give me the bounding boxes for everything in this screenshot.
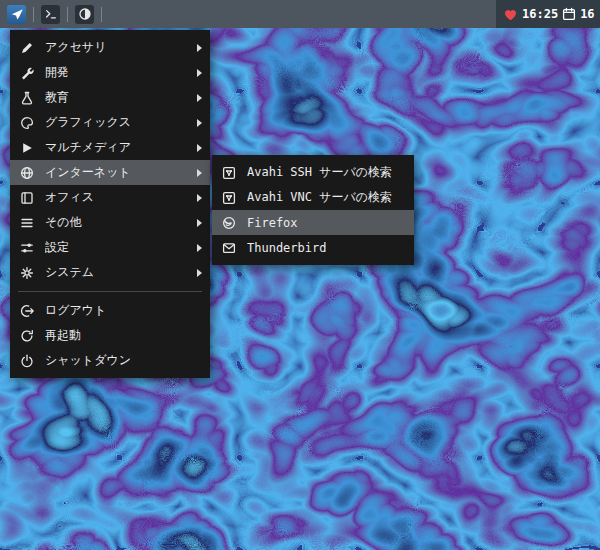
menu-item-label: 教育	[45, 89, 191, 106]
menu-item-internet[interactable]: インターネット	[10, 160, 210, 185]
globe-icon	[18, 164, 36, 182]
menu-item-logout[interactable]: ログアウト	[10, 298, 210, 323]
menu-item-development[interactable]: 開発	[10, 60, 210, 85]
power-icon	[18, 352, 36, 370]
submenu-item-firefox[interactable]: Firefox	[212, 210, 414, 235]
menu-item-education[interactable]: 教育	[10, 85, 210, 110]
submenu-item-avahi-vnc[interactable]: Avahi VNC サーバの検索	[212, 185, 414, 210]
desktop: 16:25 16 M アクセサリ	[0, 0, 600, 550]
top-panel: 16:25 16 M	[0, 0, 600, 28]
submenu-arrow-icon	[197, 69, 202, 77]
mail-icon	[220, 239, 238, 257]
menu-item-label: その他	[45, 214, 191, 231]
panel-divider	[67, 7, 68, 22]
submenu-arrow-icon	[197, 94, 202, 102]
menu-item-label: 再起動	[45, 327, 202, 344]
submenu-arrow-icon	[197, 269, 202, 277]
applications-menu: アクセサリ 開発 教育	[10, 30, 210, 378]
submenu-arrow-icon	[197, 44, 202, 52]
menu-item-label: オフィス	[45, 189, 191, 206]
submenu-item-label: Avahi VNC サーバの検索	[247, 189, 406, 206]
menu-lines-icon	[18, 214, 36, 232]
menu-item-graphics[interactable]: グラフィックス	[10, 110, 210, 135]
submenu-arrow-icon	[197, 169, 202, 177]
menu-item-accessories[interactable]: アクセサリ	[10, 35, 210, 60]
pencil-icon	[18, 39, 36, 57]
palette-icon	[18, 114, 36, 132]
menu-item-restart[interactable]: 再起動	[10, 323, 210, 348]
submenu-arrow-icon	[197, 144, 202, 152]
logout-icon	[18, 302, 36, 320]
submenu-item-label: Thunderbird	[247, 241, 406, 255]
terminal-icon[interactable]	[41, 5, 60, 24]
menu-item-label: システム	[45, 264, 191, 281]
submenu-arrow-icon	[197, 244, 202, 252]
submenu-item-avahi-ssh[interactable]: Avahi SSH サーバの検索	[212, 160, 414, 185]
submenu-arrow-icon	[197, 219, 202, 227]
menu-item-label: ログアウト	[45, 302, 202, 319]
menu-item-label: マルチメディア	[45, 139, 191, 156]
flask-icon	[18, 89, 36, 107]
paper-plane-icon[interactable]	[7, 5, 26, 24]
menu-separator	[18, 291, 202, 292]
menu-item-office[interactable]: オフィス	[10, 185, 210, 210]
menu-item-label: 設定	[45, 239, 191, 256]
panel-divider	[33, 7, 34, 22]
submenu-arrow-icon	[197, 119, 202, 127]
menu-item-label: 開発	[45, 64, 191, 81]
restart-icon	[18, 327, 36, 345]
clock[interactable]: 16:25	[522, 7, 558, 21]
menu-item-label: インターネット	[45, 164, 191, 181]
menu-item-label: グラフィックス	[45, 114, 191, 131]
submenu-arrow-icon	[197, 194, 202, 202]
calendar-icon[interactable]	[562, 7, 576, 21]
panel-divider	[101, 7, 102, 22]
book-icon	[18, 189, 36, 207]
submenu-item-thunderbird[interactable]: Thunderbird	[212, 235, 414, 260]
submenu-item-label: Avahi SSH サーバの検索	[247, 164, 406, 181]
menu-item-label: アクセサリ	[45, 39, 191, 56]
submenu-item-label: Firefox	[247, 216, 406, 230]
internet-submenu: Avahi SSH サーバの検索 Avahi VNC サーバの検索	[212, 155, 414, 265]
menu-item-shutdown[interactable]: シャットダウン	[10, 348, 210, 373]
play-icon	[18, 139, 36, 157]
network-icon	[220, 189, 238, 207]
status-tray[interactable]: 16:25 16 M	[496, 0, 600, 28]
wrench-icon	[18, 64, 36, 82]
network-icon	[220, 164, 238, 182]
date-label[interactable]: 16 M	[580, 7, 600, 21]
panel-left-group	[0, 5, 102, 24]
sliders-icon	[18, 239, 36, 257]
heart-icon[interactable]	[503, 7, 518, 22]
firefox-icon	[220, 214, 238, 232]
menu-item-system[interactable]: システム	[10, 260, 210, 285]
menu-item-multimedia[interactable]: マルチメディア	[10, 135, 210, 160]
menu-item-other[interactable]: その他	[10, 210, 210, 235]
contrast-icon[interactable]	[75, 5, 94, 24]
gear-icon	[18, 264, 36, 282]
menu-item-label: シャットダウン	[45, 352, 202, 369]
menu-item-settings[interactable]: 設定	[10, 235, 210, 260]
